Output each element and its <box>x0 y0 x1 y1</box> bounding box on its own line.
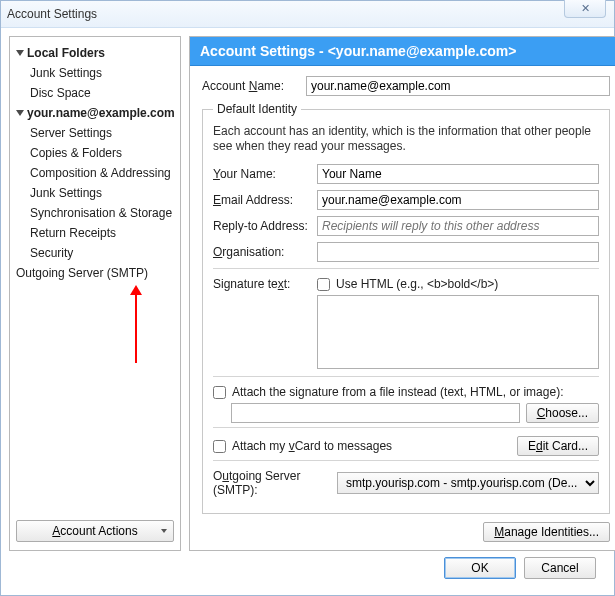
tree-item-outgoing-smtp[interactable]: Outgoing Server (SMTP) <box>14 263 176 283</box>
chevron-down-icon <box>16 50 24 56</box>
use-html-checkbox[interactable] <box>317 278 330 291</box>
tree-children: Server Settings Copies & Folders Composi… <box>28 123 176 263</box>
signature-label: Signature text: <box>213 277 309 291</box>
edit-card-button[interactable]: Edit Card... <box>517 436 599 456</box>
button-label: Account Actions <box>52 524 137 538</box>
attach-vcard-checkbox[interactable] <box>213 440 226 453</box>
vcard-row: Attach my vCard to messages Edit Card... <box>213 436 599 456</box>
divider <box>213 376 599 377</box>
email-input[interactable] <box>317 190 599 210</box>
tree-item-disc-space[interactable]: Disc Space <box>28 83 176 103</box>
attach-sig-file-label: Attach the signature from a file instead… <box>232 385 563 399</box>
main-panel: Account Settings - <your.name@example.co… <box>189 36 615 551</box>
divider <box>213 268 599 269</box>
divider <box>213 427 599 428</box>
sidebar: Local Folders Junk Settings Disc Space y… <box>9 36 181 551</box>
main-header: Account Settings - <your.name@example.co… <box>190 37 615 66</box>
replyto-label: Reply-to Address: <box>213 219 309 233</box>
tree-root-local-folders[interactable]: Local Folders <box>14 43 176 63</box>
signature-row: Signature text: Use HTML (e.g., <b>bold<… <box>213 277 599 372</box>
cancel-button[interactable]: Cancel <box>524 557 596 579</box>
header-prefix: Account Settings - <box>200 43 324 59</box>
tree-item-return-receipts[interactable]: Return Receipts <box>28 223 176 243</box>
account-settings-window: Account Settings ✕ Local Folders Junk Se… <box>0 0 615 596</box>
tree-root-account[interactable]: your.name@example.com <box>14 103 176 123</box>
account-name-label: Account Name: <box>202 79 298 93</box>
main-body: Account Name: Default Identity Each acco… <box>190 66 615 550</box>
use-html-row: Use HTML (e.g., <b>bold</b>) <box>317 277 599 291</box>
tree-item-copies-folders[interactable]: Copies & Folders <box>28 143 176 163</box>
org-input[interactable] <box>317 242 599 262</box>
email-row: Email Address: <box>213 190 599 210</box>
divider <box>213 460 599 461</box>
your-name-input[interactable] <box>317 164 599 184</box>
sig-file-input[interactable] <box>231 403 520 423</box>
tree-item-security[interactable]: Security <box>28 243 176 263</box>
attach-sig-file-row: Attach the signature from a file instead… <box>213 385 599 399</box>
outgoing-server-select[interactable]: smtp.yourisp.com - smtp.yourisp.com (De.… <box>337 472 599 494</box>
manage-identities-button[interactable]: Manage Identities... <box>483 522 610 542</box>
close-button[interactable]: ✕ <box>564 0 606 18</box>
close-icon: ✕ <box>581 2 590 15</box>
default-identity-group: Default Identity Each account has an ide… <box>202 102 610 514</box>
outgoing-label: Outgoing Server (SMTP): <box>213 469 329 497</box>
replyto-row: Reply-to Address: <box>213 216 599 236</box>
account-name-input[interactable] <box>306 76 610 96</box>
account-actions-button[interactable]: Account Actions <box>16 520 174 542</box>
replyto-input[interactable] <box>317 216 599 236</box>
attach-sig-file-checkbox[interactable] <box>213 386 226 399</box>
account-name-row: Account Name: <box>202 76 610 96</box>
chevron-down-icon <box>161 529 167 533</box>
org-label: Organisation: <box>213 245 309 259</box>
titlebar: Account Settings ✕ <box>1 1 614 28</box>
your-name-row: Your Name: <box>213 164 599 184</box>
sig-file-input-row: Choose... <box>231 403 599 423</box>
tree-children: Junk Settings Disc Space <box>28 63 176 103</box>
your-name-label: Your Name: <box>213 167 309 181</box>
tree-item-junk-settings[interactable]: Junk Settings <box>28 63 176 83</box>
email-label: Email Address: <box>213 193 309 207</box>
attach-vcard-label: Attach my vCard to messages <box>232 439 392 453</box>
signature-textarea[interactable] <box>317 295 599 369</box>
identity-description: Each account has an identity, which is t… <box>213 124 599 154</box>
chevron-down-icon <box>16 110 24 116</box>
manage-identities-row: Manage Identities... <box>202 522 610 542</box>
window-title: Account Settings <box>7 7 97 21</box>
panes: Local Folders Junk Settings Disc Space y… <box>9 36 606 551</box>
tree-item-server-settings[interactable]: Server Settings <box>28 123 176 143</box>
tree-item-junk-settings-2[interactable]: Junk Settings <box>28 183 176 203</box>
tree-item-sync-storage[interactable]: Synchronisation & Storage <box>28 203 176 223</box>
dialog-footer: OK Cancel <box>9 551 606 587</box>
org-row: Organisation: <box>213 242 599 262</box>
accounts-tree: Local Folders Junk Settings Disc Space y… <box>10 39 180 514</box>
dialog-body: Local Folders Junk Settings Disc Space y… <box>1 28 614 595</box>
tree-item-composition[interactable]: Composition & Addressing <box>28 163 176 183</box>
use-html-label: Use HTML (e.g., <b>bold</b>) <box>336 277 498 291</box>
choose-button[interactable]: Choose... <box>526 403 599 423</box>
outgoing-server-row: Outgoing Server (SMTP): smtp.yourisp.com… <box>213 469 599 497</box>
tree-label: Local Folders <box>27 44 105 62</box>
tree-label: your.name@example.com <box>27 104 175 122</box>
group-legend: Default Identity <box>213 102 301 116</box>
header-email: <your.name@example.com> <box>328 43 517 59</box>
ok-button[interactable]: OK <box>444 557 516 579</box>
